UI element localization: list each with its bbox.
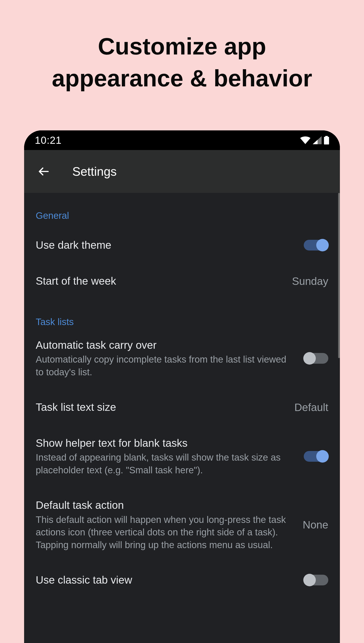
promo-title: Customize app appearance & behavior xyxy=(0,0,364,94)
row-value: Default xyxy=(294,401,328,413)
row-title: Default task action xyxy=(36,498,294,513)
toggle-carry-over[interactable] xyxy=(304,353,328,364)
battery-icon xyxy=(324,136,329,145)
row-start-of-week[interactable]: Start of the week Sunday xyxy=(24,263,340,299)
row-value: None xyxy=(303,519,328,531)
row-value: Sunday xyxy=(292,275,328,287)
cell-signal-icon xyxy=(313,136,322,144)
phone-frame: 10:21 Settings General Use dark theme St… xyxy=(24,130,340,643)
row-title: Use classic tab view xyxy=(36,573,295,587)
row-title: Use dark theme xyxy=(36,238,295,253)
toggle-classic-tab[interactable] xyxy=(304,575,328,585)
status-time: 10:21 xyxy=(35,134,62,146)
row-desc: Automatically copy incomplete tasks from… xyxy=(36,353,295,378)
scrollbar[interactable] xyxy=(338,193,340,358)
wifi-icon xyxy=(300,136,310,144)
section-header-general: General xyxy=(24,193,340,221)
row-helper-text[interactable]: Show helper text for blank tasks Instead… xyxy=(24,425,340,487)
row-dark-theme[interactable]: Use dark theme xyxy=(24,227,340,263)
promo-line-2: appearance & behavior xyxy=(52,65,312,91)
status-bar: 10:21 xyxy=(24,130,340,150)
promo-line-1: Customize app xyxy=(98,33,266,59)
row-title: Automatic task carry over xyxy=(36,338,295,353)
settings-content[interactable]: General Use dark theme Start of the week… xyxy=(24,193,340,643)
app-bar: Settings xyxy=(24,150,340,193)
row-classic-tab[interactable]: Use classic tab view xyxy=(24,562,340,587)
toggle-dark-theme[interactable] xyxy=(304,240,328,251)
arrow-left-icon xyxy=(38,166,50,177)
row-text-size[interactable]: Task list text size Default xyxy=(24,389,340,425)
row-default-action[interactable]: Default task action This default action … xyxy=(24,487,340,562)
page-title: Settings xyxy=(72,164,117,179)
row-desc: Instead of appearing blank, tasks will s… xyxy=(36,451,295,476)
status-icons xyxy=(300,136,329,145)
section-header-task-lists: Task lists xyxy=(24,299,340,327)
row-title: Start of the week xyxy=(36,274,283,288)
back-button[interactable] xyxy=(37,165,50,178)
row-carry-over[interactable]: Automatic task carry over Automatically … xyxy=(24,327,340,389)
row-title: Task list text size xyxy=(36,400,286,415)
row-desc: This default action will happen when you… xyxy=(36,513,294,551)
toggle-helper-text[interactable] xyxy=(304,451,328,462)
row-title: Show helper text for blank tasks xyxy=(36,436,295,450)
